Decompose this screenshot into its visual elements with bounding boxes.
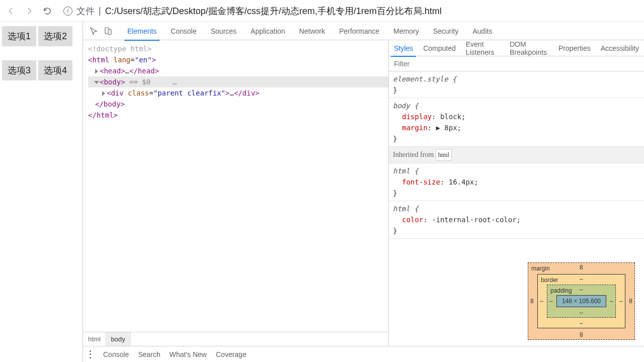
rule-body-margin[interactable]: margin: ▶ 8px; — [393, 122, 640, 133]
crumb-body[interactable]: body — [106, 332, 131, 346]
device-toggle-icon[interactable] — [101, 24, 115, 38]
rule-html-fontsize[interactable]: font-size: 16.4px; — [393, 176, 640, 188]
border-label: border — [541, 277, 558, 284]
devtools-drawer: Console Search What's New Coverage — [83, 346, 644, 362]
styles-tabstrip: Styles Computed Event Listeners DOM Brea… — [389, 40, 644, 56]
option-button-2[interactable]: 选项2 — [38, 26, 72, 46]
address-bar[interactable]: i 文件 | C:/Users/胡志武/Desktop/掘金博客/css提升/动… — [58, 3, 640, 19]
drawer-tab-search[interactable]: Search — [138, 350, 160, 358]
box-margin[interactable]: margin 8 8 8 8 border – – – – padding — [528, 262, 635, 340]
kebab-icon[interactable] — [86, 350, 94, 358]
inherited-tag-badge[interactable]: html — [436, 149, 452, 161]
collapse-body-icon[interactable] — [94, 81, 99, 84]
drawer-tab-console[interactable]: Console — [103, 350, 129, 358]
tab-accessibility[interactable]: Accessibility — [596, 40, 644, 56]
tab-performance[interactable]: Performance — [332, 22, 386, 40]
tab-sources[interactable]: Sources — [204, 22, 244, 40]
box-border[interactable]: border – – – – padding – – – – 14 — [537, 274, 625, 328]
info-icon: i — [63, 7, 72, 16]
box-content[interactable]: 148 × 105.600 — [556, 295, 606, 307]
browser-toolbar: i 文件 | C:/Users/胡志武/Desktop/掘金博客/css提升/动… — [0, 0, 644, 22]
doctype-node: <!doctype html> — [88, 45, 151, 53]
dom-tree[interactable]: <!doctype html> <html lang="en"> <head>…… — [83, 40, 388, 332]
inspect-icon[interactable] — [87, 24, 101, 38]
tab-properties[interactable]: Properties — [553, 40, 596, 56]
tab-network[interactable]: Network — [292, 22, 332, 40]
url-text: C:/Users/胡志武/Desktop/掘金博客/css提升/动态rem,手机… — [105, 5, 442, 17]
rule-html-selector-2[interactable]: html { — [393, 203, 640, 214]
option-button-1[interactable]: 选项1 — [2, 26, 36, 46]
styles-panel: Styles Computed Event Listeners DOM Brea… — [389, 40, 644, 346]
tab-console[interactable]: Console — [164, 22, 203, 40]
option-button-3[interactable]: 选项3 — [2, 60, 36, 80]
breadcrumb: html body — [83, 332, 388, 346]
forward-button[interactable] — [22, 4, 36, 18]
tab-security[interactable]: Security — [426, 22, 466, 40]
tab-styles[interactable]: Styles — [389, 40, 418, 56]
dom-panel: <!doctype html> <html lang="en"> <head>…… — [83, 40, 389, 346]
tab-elements[interactable]: Elements — [120, 22, 164, 40]
rule-element-style[interactable]: element.style { — [393, 73, 640, 84]
selected-body-node[interactable]: …<body> == $0 — [88, 76, 388, 87]
padding-label: padding — [550, 287, 572, 294]
inherited-header: Inherited from html — [389, 147, 644, 163]
rule-body-display[interactable]: display: block; — [393, 111, 640, 122]
url-separator: | — [99, 6, 101, 16]
tab-memory[interactable]: Memory — [386, 22, 426, 40]
drawer-tab-whatsnew[interactable]: What's New — [170, 350, 207, 358]
tab-dom-breakpoints[interactable]: DOM Breakpoints — [505, 40, 553, 56]
styles-filter — [389, 56, 644, 71]
rule-body-selector[interactable]: body { — [393, 100, 640, 111]
url-scheme-label: 文件 — [76, 5, 95, 17]
expand-head-icon[interactable] — [95, 69, 98, 74]
tab-audits[interactable]: Audits — [465, 22, 499, 40]
rule-html-color[interactable]: color: -internal-root-color; — [393, 214, 640, 225]
back-button[interactable] — [4, 4, 18, 18]
tab-application[interactable]: Application — [244, 22, 292, 40]
styles-filter-input[interactable] — [389, 56, 644, 71]
expand-div-icon[interactable] — [102, 91, 105, 96]
box-model: margin 8 8 8 8 border – – – – padding — [389, 239, 644, 346]
drawer-tab-coverage[interactable]: Coverage — [216, 350, 247, 358]
margin-label: margin — [531, 265, 550, 272]
rule-html-selector-1[interactable]: html { — [393, 165, 640, 176]
reload-button[interactable] — [40, 4, 54, 18]
box-padding[interactable]: padding – – – – 148 × 105.600 — [547, 285, 616, 318]
tab-computed[interactable]: Computed — [418, 40, 461, 56]
page-preview: 选项1 选项2 选项3 选项4 — [0, 22, 83, 362]
devtools-tabstrip: Elements Console Sources Application Net… — [83, 22, 644, 40]
css-rules: element.style { } body { display: block;… — [389, 71, 644, 239]
devtools: Elements Console Sources Application Net… — [83, 22, 644, 362]
option-button-4[interactable]: 选项4 — [38, 60, 72, 80]
crumb-html[interactable]: html — [83, 332, 106, 346]
tab-event-listeners[interactable]: Event Listeners — [461, 40, 505, 56]
svg-rect-1 — [108, 30, 111, 35]
